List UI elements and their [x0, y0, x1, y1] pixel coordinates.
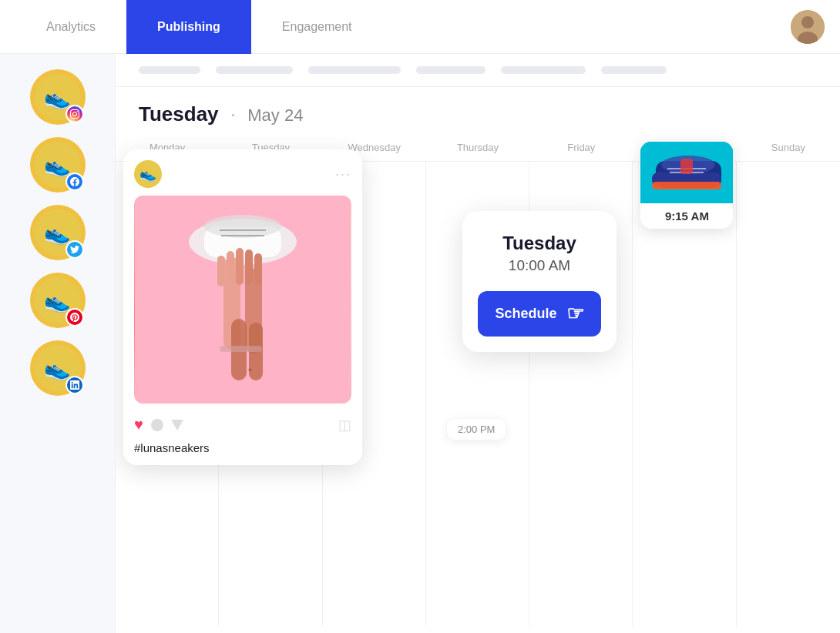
schedule-button[interactable]: Schedule ☞	[478, 291, 601, 337]
badge-twitter	[66, 240, 84, 259]
account-instagram[interactable]: 👟	[30, 69, 86, 125]
saturday-card-time: 9:15 AM	[640, 203, 733, 229]
comment-button[interactable]	[151, 419, 163, 431]
badge-pinterest	[66, 308, 84, 327]
filter-pill-6[interactable]	[601, 66, 667, 74]
post-caption: #lunasneakers	[134, 441, 351, 454]
post-image: ✦	[134, 196, 351, 404]
dot-separator: ·	[230, 102, 236, 126]
calendar-area: Monday Tuesday Wednesday Thursday Friday…	[116, 134, 840, 633]
svg-rect-24	[652, 182, 721, 189]
schedule-button-label: Schedule	[495, 306, 556, 322]
day-friday: Friday	[529, 134, 633, 161]
top-nav: Analytics Publishing Engagement	[0, 0, 840, 54]
account-pinterest[interactable]: 👟	[30, 273, 86, 328]
bookmark-button[interactable]: ◫	[338, 417, 351, 434]
svg-rect-15	[254, 253, 262, 286]
badge-linkedin	[66, 376, 84, 394]
tab-engagement[interactable]: Engagement	[251, 0, 383, 54]
like-button[interactable]: ♥	[134, 416, 143, 434]
sidebar: 👟 👟 👟	[0, 54, 116, 633]
tab-analytics[interactable]: Analytics	[15, 0, 126, 54]
day-sunday: Sunday	[737, 134, 840, 161]
svg-point-1	[801, 16, 814, 28]
svg-rect-14	[245, 250, 253, 285]
current-date: May 24	[247, 106, 303, 125]
schedule-day: Tuesday	[478, 233, 601, 254]
tab-publishing[interactable]: Publishing	[126, 0, 251, 54]
saturday-card[interactable]: 9:15 AM	[640, 142, 733, 229]
col-sunday	[737, 162, 840, 626]
svg-rect-12	[227, 251, 234, 286]
svg-rect-18	[220, 346, 262, 352]
col-saturday	[633, 162, 736, 626]
filter-bar	[116, 54, 840, 87]
filter-pill-5[interactable]	[501, 66, 586, 74]
content-area: Tuesday · May 24 Monday Tuesday Wednesda…	[116, 54, 840, 633]
post-card-menu[interactable]: ···	[335, 166, 351, 183]
post-card[interactable]: 👟 ···	[123, 149, 362, 465]
post-card-avatar: 👟	[134, 160, 162, 188]
share-button[interactable]	[171, 420, 183, 430]
badge-facebook	[66, 172, 84, 191]
filter-pill-2[interactable]	[216, 66, 293, 74]
schedule-time: 10:00 AM	[478, 257, 601, 274]
cursor-icon: ☞	[566, 302, 584, 326]
post-card-header: 👟 ···	[134, 160, 351, 188]
account-linkedin[interactable]: 👟	[30, 340, 86, 396]
account-twitter[interactable]: 👟	[30, 205, 86, 260]
day-thursday: Thursday	[426, 134, 529, 161]
svg-text:✦: ✦	[247, 366, 253, 374]
badge-instagram	[66, 105, 84, 123]
filter-pill-4[interactable]	[416, 66, 486, 74]
time-label-afternoon: 2:00 PM	[447, 419, 506, 440]
date-header: Tuesday · May 24	[116, 87, 840, 134]
svg-rect-27	[680, 159, 693, 174]
avatar[interactable]	[791, 10, 825, 44]
schedule-popup: Tuesday 10:00 AM Schedule ☞	[462, 211, 617, 352]
filter-pill-1[interactable]	[139, 66, 200, 74]
svg-rect-13	[236, 248, 244, 285]
current-day: Tuesday	[139, 102, 219, 126]
svg-point-6	[204, 215, 281, 238]
main-layout: 👟 👟 👟	[0, 54, 840, 633]
saturday-card-image	[640, 142, 733, 203]
svg-rect-11	[217, 256, 225, 286]
post-actions: ♥ ◫	[134, 413, 351, 437]
filter-pill-3[interactable]	[308, 66, 401, 74]
account-facebook[interactable]: 👟	[30, 137, 86, 193]
